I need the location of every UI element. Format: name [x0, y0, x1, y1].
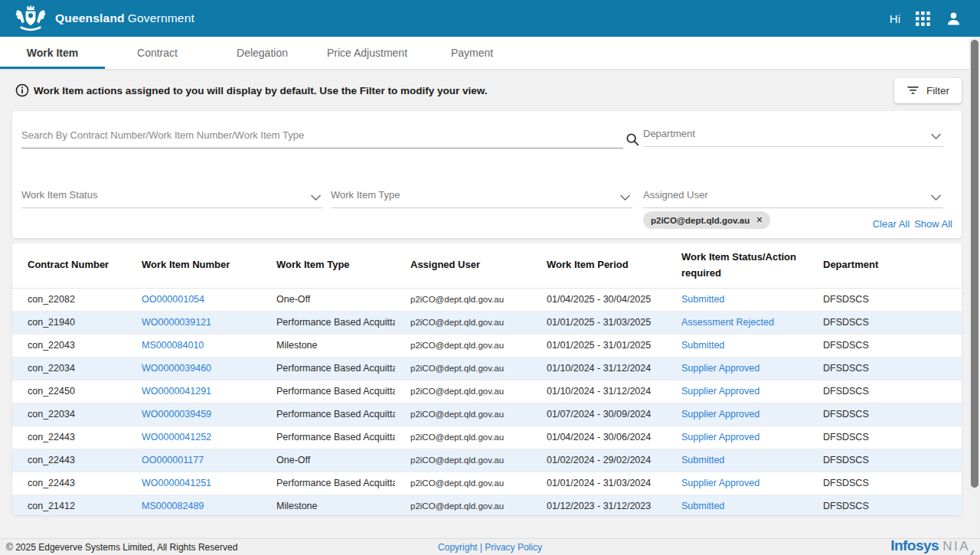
show-all-link[interactable]: Show All — [914, 218, 952, 230]
tab-price-adjustment[interactable]: Price Adjustment — [315, 37, 420, 69]
work-item-type-dropdown[interactable]: Work Item Type — [331, 189, 632, 208]
assigned-user-chip-text: p2iCO@dept.qld.gov.au — [651, 216, 750, 225]
cell-contract-number: con_21412 — [12, 495, 126, 515]
table-header-row: Contract NumberWork Item NumberWork Item… — [12, 243, 962, 288]
cell-work-item-number-link[interactable]: WO0000041252 — [142, 432, 211, 442]
assigned-user-label: Assigned User — [643, 189, 943, 201]
cell-work-item-status-link[interactable]: Supplier Approved — [681, 386, 760, 397]
cell-contract-number: con_21940 — [12, 311, 126, 334]
work-item-status-dropdown[interactable]: Work Item Status — [21, 189, 323, 208]
column-header-work-item-status-action-required: Work Item Status/Action required — [666, 243, 808, 288]
cell-work-item-period: 01/02/2024 - 29/02/2024 — [531, 449, 666, 472]
table-row: con_22043MS000084010Milestonep2iCO@dept.… — [12, 334, 962, 357]
copyright-link[interactable]: Copyright — [438, 542, 477, 553]
cell-department: DFSDSCS — [808, 403, 962, 426]
table-row: con_22034WO0000039459Performance Based A… — [12, 403, 962, 426]
column-header-assigned-user: Assigned User — [395, 243, 531, 288]
cell-contract-number: con_22450 — [12, 380, 126, 403]
cell-work-item-status-link[interactable]: Supplier Approved — [681, 363, 760, 374]
app-footer: © 2025 Edgeverve Systems Limited, All Ri… — [0, 538, 980, 555]
cell-work-item-number: WO0000041291 — [126, 380, 261, 403]
cell-work-item-number-link[interactable]: MS000082489 — [142, 501, 204, 511]
search-input[interactable] — [21, 129, 623, 149]
cell-work-item-number: MS000084010 — [126, 334, 261, 357]
cell-work-item-period: 01/04/2024 - 30/06/2024 — [531, 426, 666, 449]
cell-work-item-number-link[interactable]: WO0000039460 — [142, 363, 211, 374]
filter-button[interactable]: Filter — [894, 78, 962, 103]
apps-grid-icon[interactable] — [916, 11, 930, 26]
table-row: con_22443OO000001177One-Offp2iCO@dept.ql… — [12, 449, 962, 472]
cell-work-item-status: Submitted — [666, 288, 808, 311]
cell-assigned-user: p2iCO@dept.qld.gov.au — [395, 311, 531, 334]
cell-work-item-number-link[interactable]: WO0000041291 — [142, 386, 211, 397]
table-row: con_22450WO0000041291Performance Based A… — [12, 380, 962, 403]
cell-work-item-number-link[interactable]: WO0000039459 — [142, 409, 211, 420]
vertical-scrollbar-thumb[interactable] — [971, 40, 978, 488]
cell-work-item-type: Performance Based Acquittal — [261, 380, 395, 403]
cell-work-item-status-link[interactable]: Assessment Rejected — [681, 317, 774, 328]
cell-work-item-status-link[interactable]: Submitted — [681, 455, 724, 465]
cell-department: DFSDSCS — [808, 472, 962, 495]
search-field — [21, 128, 623, 149]
cell-work-item-period: 01/04/2025 - 30/04/2025 — [531, 288, 666, 311]
nia-wordmark: NIA — [942, 539, 970, 554]
user-profile-icon[interactable] — [946, 11, 962, 27]
clear-all-link[interactable]: Clear All — [873, 218, 910, 230]
tab-delegation[interactable]: Delegation — [210, 37, 315, 69]
filter-button-label: Filter — [926, 85, 949, 96]
work-item-type-label: Work Item Type — [331, 189, 632, 201]
cell-assigned-user: p2iCO@dept.qld.gov.au — [395, 403, 531, 426]
infosys-wordmark: Infosys — [890, 537, 939, 554]
column-header-work-item-type: Work Item Type — [261, 243, 395, 288]
cell-work-item-status: Submitted — [666, 449, 808, 472]
chip-remove-icon[interactable]: ✕ — [756, 215, 763, 225]
column-header-work-item-period: Work Item Period — [531, 243, 666, 288]
cell-work-item-status-link[interactable]: Supplier Approved — [681, 432, 760, 442]
cell-work-item-status-link[interactable]: Submitted — [681, 294, 724, 305]
cell-department: DFSDSCS — [808, 288, 962, 311]
chevron-down-icon[interactable] — [930, 129, 942, 143]
cell-work-item-number: WO0000041251 — [126, 472, 261, 495]
footer-link-separator: | — [480, 542, 482, 553]
table-row: con_22443WO0000041252Performance Based A… — [12, 426, 962, 449]
cell-work-item-type: Milestone — [261, 495, 395, 515]
cell-work-item-status-link[interactable]: Supplier Approved — [681, 478, 760, 488]
table-row: con_22082OO000001054One-Offp2iCO@dept.ql… — [12, 288, 962, 311]
assigned-user-dropdown[interactable]: Assigned User — [643, 189, 943, 208]
cell-work-item-number-link[interactable]: OO000001054 — [142, 294, 204, 305]
tab-bar: Work ItemContractDelegationPrice Adjustm… — [0, 37, 980, 69]
privacy-policy-link[interactable]: Privacy Policy — [485, 542, 542, 553]
cell-work-item-period: 01/01/2025 - 31/03/2025 — [531, 311, 666, 334]
cell-work-item-type: Performance Based Acquittal — [261, 426, 395, 449]
cell-work-item-type: One-Off — [261, 449, 395, 472]
cell-assigned-user: p2iCO@dept.qld.gov.au — [395, 449, 531, 472]
department-dropdown[interactable]: Department — [643, 128, 943, 147]
cell-work-item-number-link[interactable]: MS000084010 — [142, 340, 204, 351]
tab-work-item[interactable]: Work Item — [0, 37, 105, 69]
column-header-department: Department — [808, 243, 962, 288]
cell-work-item-status-link[interactable]: Submitted — [681, 501, 724, 511]
chevron-down-icon[interactable] — [930, 191, 942, 204]
cell-work-item-number-link[interactable]: OO000001177 — [142, 455, 204, 465]
cell-work-item-status: Submitted — [666, 334, 808, 357]
department-label: Department — [643, 128, 943, 139]
column-header-contract-number: Contract Number — [12, 243, 126, 288]
search-icon[interactable] — [626, 132, 640, 150]
cell-work-item-status: Supplier Approved — [666, 403, 808, 426]
work-item-table: Contract NumberWork Item NumberWork Item… — [12, 243, 962, 515]
cell-assigned-user: p2iCO@dept.qld.gov.au — [395, 357, 531, 380]
chevron-down-icon[interactable] — [310, 191, 322, 204]
cell-work-item-number: OO000001177 — [126, 449, 261, 472]
cell-work-item-status: Supplier Approved — [666, 472, 808, 495]
cell-work-item-status-link[interactable]: Submitted — [681, 340, 724, 351]
cell-work-item-number-link[interactable]: WO0000039121 — [142, 317, 211, 328]
filter-panel: Department Work Item Status Work Item Ty… — [12, 111, 962, 238]
cell-work-item-status-link[interactable]: Supplier Approved — [681, 409, 760, 420]
cell-work-item-type: One-Off — [261, 288, 395, 311]
cell-contract-number: con_22034 — [12, 403, 126, 426]
cell-work-item-number-link[interactable]: WO0000041251 — [142, 478, 211, 488]
tab-payment[interactable]: Payment — [420, 37, 524, 69]
tab-contract[interactable]: Contract — [105, 37, 210, 69]
chevron-down-icon[interactable] — [619, 191, 631, 204]
cell-work-item-type: Performance Based Acquittal — [261, 311, 395, 334]
